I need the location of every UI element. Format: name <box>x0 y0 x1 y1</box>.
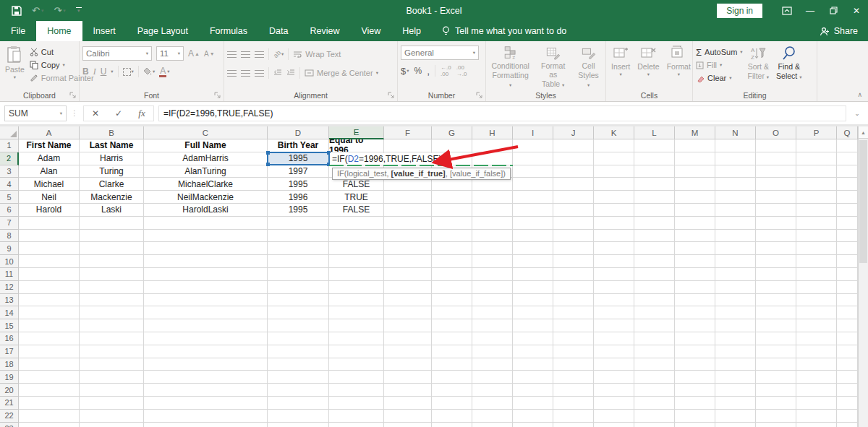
cell-E18[interactable] <box>329 358 384 371</box>
row-header-10[interactable]: 10 <box>0 255 19 268</box>
column-header-L[interactable]: L <box>634 126 675 139</box>
cell-Q7[interactable] <box>837 217 858 230</box>
cell-F23[interactable] <box>384 423 432 427</box>
cell-J20[interactable] <box>553 384 594 397</box>
increase-indent-button[interactable] <box>286 69 295 77</box>
cell-J15[interactable] <box>553 319 594 332</box>
cell-D12[interactable] <box>268 281 329 294</box>
cell-B1[interactable]: Last Name <box>80 139 144 152</box>
cell-Q12[interactable] <box>837 281 858 294</box>
cell-F6[interactable] <box>384 204 432 217</box>
cell-H7[interactable] <box>472 217 513 230</box>
cell-A8[interactable] <box>19 230 80 243</box>
row-header-19[interactable]: 19 <box>0 371 19 384</box>
cell-B13[interactable] <box>80 294 144 307</box>
cell-P16[interactable] <box>796 332 837 345</box>
align-top-icon[interactable] <box>227 51 237 58</box>
align-middle-icon[interactable] <box>241 51 250 58</box>
cell-N4[interactable] <box>715 178 756 191</box>
cell-D2[interactable]: 1995 <box>268 152 329 165</box>
cell-E21[interactable] <box>329 397 384 410</box>
name-box[interactable]: SUM ▾ <box>4 105 67 121</box>
cell-Q21[interactable] <box>837 397 858 410</box>
cell-L4[interactable] <box>634 178 675 191</box>
cell-L3[interactable] <box>634 165 675 178</box>
cell-G5[interactable] <box>432 191 472 204</box>
cell-I13[interactable] <box>513 294 553 307</box>
cell-J19[interactable] <box>553 371 594 384</box>
cell-Q20[interactable] <box>837 384 858 397</box>
cell-G12[interactable] <box>432 281 472 294</box>
cell-Q6[interactable] <box>837 204 858 217</box>
cell-Q14[interactable] <box>837 306 858 319</box>
cell-O1[interactable] <box>756 139 796 152</box>
cell-C19[interactable] <box>144 371 268 384</box>
scrollbar-thumb[interactable] <box>859 140 867 263</box>
cell-J7[interactable] <box>553 217 594 230</box>
cell-F10[interactable] <box>384 255 432 268</box>
cell-J4[interactable] <box>553 178 594 191</box>
cell-C3[interactable]: AlanTuring <box>144 165 268 178</box>
tab-formulas[interactable]: Formulas <box>199 21 258 41</box>
cell-C4[interactable]: MichaelClarke <box>144 178 268 191</box>
cell-M21[interactable] <box>675 397 715 410</box>
column-header-I[interactable]: I <box>513 126 553 139</box>
cell-E6[interactable]: FALSE <box>329 204 384 217</box>
cell-M6[interactable] <box>675 204 715 217</box>
row-header-5[interactable]: 5 <box>0 191 19 204</box>
row-header-14[interactable]: 14 <box>0 306 19 319</box>
cell-E10[interactable] <box>329 255 384 268</box>
cell-M12[interactable] <box>675 281 715 294</box>
cell-J6[interactable] <box>553 204 594 217</box>
cell-H9[interactable] <box>472 242 513 255</box>
cell-B14[interactable] <box>80 306 144 319</box>
cell-J18[interactable] <box>553 358 594 371</box>
cell-B18[interactable] <box>80 358 144 371</box>
cell-P9[interactable] <box>796 242 837 255</box>
cell-P23[interactable] <box>796 423 837 427</box>
merge-center-button[interactable]: Merge & Center ▾ <box>305 69 378 77</box>
cell-L6[interactable] <box>634 204 675 217</box>
select-all-button[interactable] <box>0 126 19 139</box>
cell-F12[interactable] <box>384 281 432 294</box>
cell-N21[interactable] <box>715 397 756 410</box>
cell-K13[interactable] <box>594 294 634 307</box>
cell-N3[interactable] <box>715 165 756 178</box>
cell-C5[interactable]: NeilMackenzie <box>144 191 268 204</box>
cell-J17[interactable] <box>553 345 594 358</box>
cell-F19[interactable] <box>384 371 432 384</box>
enter-button[interactable]: ✓ <box>107 106 130 121</box>
cell-F14[interactable] <box>384 306 432 319</box>
cell-N18[interactable] <box>715 358 756 371</box>
cell-P20[interactable] <box>796 384 837 397</box>
cell-F16[interactable] <box>384 332 432 345</box>
cell-I23[interactable] <box>513 423 553 427</box>
cell-F15[interactable] <box>384 319 432 332</box>
cell-A19[interactable] <box>19 371 80 384</box>
column-header-K[interactable]: K <box>594 126 634 139</box>
cell-B16[interactable] <box>80 332 144 345</box>
cell-J10[interactable] <box>553 255 594 268</box>
cell-L2[interactable] <box>634 152 675 165</box>
cell-E16[interactable] <box>329 332 384 345</box>
cell-C13[interactable] <box>144 294 268 307</box>
cell-Q16[interactable] <box>837 332 858 345</box>
cell-L19[interactable] <box>634 371 675 384</box>
cell-C23[interactable] <box>144 423 268 427</box>
cell-I6[interactable] <box>513 204 553 217</box>
cell-A12[interactable] <box>19 281 80 294</box>
cell-A21[interactable] <box>19 397 80 410</box>
cell-O8[interactable] <box>756 230 796 243</box>
cell-B7[interactable] <box>80 217 144 230</box>
cell-G17[interactable] <box>432 345 472 358</box>
cell-G9[interactable] <box>432 242 472 255</box>
cell-J1[interactable] <box>553 139 594 152</box>
formula-bar-resizer[interactable]: ⋮ <box>71 109 79 117</box>
cell-N7[interactable] <box>715 217 756 230</box>
cell-D19[interactable] <box>268 371 329 384</box>
cell-D22[interactable] <box>268 410 329 423</box>
cancel-button[interactable]: ✕ <box>84 106 107 121</box>
cell-K5[interactable] <box>594 191 634 204</box>
cell-G1[interactable] <box>432 139 472 152</box>
cell-K19[interactable] <box>594 371 634 384</box>
